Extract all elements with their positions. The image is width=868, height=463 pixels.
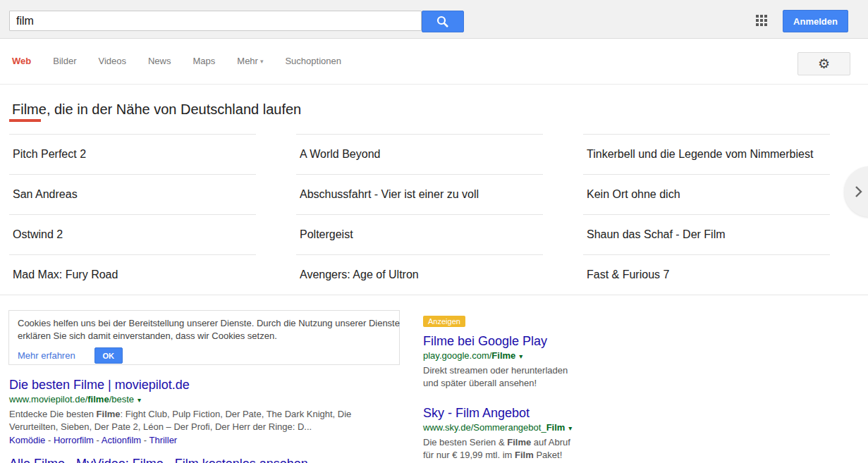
ad-description: Die besten Serien & Filme auf Abruf für … [423,436,705,462]
tab-web[interactable]: Web [12,56,31,66]
text-segment: play.google.com/ [423,350,491,361]
movie-item[interactable]: Pitch Perfect 2 [9,134,256,174]
ad-item: Sky - Film Angebot www.sky.de/Sommerange… [423,406,705,462]
nav-bar: Web Bilder Videos News Maps Mehr▾ Suchop… [0,39,868,85]
text-segment: Direkt streamen oder herunterladen [423,365,568,376]
results-column: Die besten Filme | moviepilot.de www.mov… [9,378,400,447]
carousel-bottom-divider [0,295,868,295]
clipped-result: Alle Filme - MyVideo: Filme - Film koste… [9,457,308,463]
sitelink-link[interactable]: Horrorfilm [54,435,94,445]
movie-item[interactable]: Ostwind 2 [9,214,256,254]
ad-item: Filme bei Google Play play.google.com/Fi… [423,334,705,390]
movie-column-1: Pitch Perfect 2 San Andreas Ostwind 2 Ma… [9,134,256,295]
text-segment: Die besten Serien & [423,437,507,447]
text-segment: Verurteilten, Sieben, Der Pate 2, Léon –… [9,421,312,432]
text-segment: Filme [97,409,121,419]
ads-column: Anzeigen Filme bei Google Play play.goog… [423,314,705,462]
apps-grid-icon[interactable] [756,15,767,26]
nav-tabs: Web Bilder Videos News Maps Mehr▾ Suchop… [12,39,341,83]
cookie-notice: Cookies helfen uns bei der Bereitstellun… [8,310,400,365]
sitelink-link[interactable]: Actionfilm [102,435,141,445]
description-line: Die besten Serien & Filme auf Abruf [423,436,705,449]
top-bar: Anmelden [0,0,868,39]
result-sitelinks: Komödie - Horrorfilm - Actionfilm - Thri… [9,434,400,447]
search-button[interactable] [422,11,464,32]
carousel-next-button[interactable] [844,166,868,217]
text-segment: - [141,435,149,445]
tab-bilder[interactable]: Bilder [53,56,76,66]
text-segment: Entdecke Die besten [9,409,97,419]
description-line: Direkt streamen oder herunterladen [423,364,705,377]
ad-url-text: www.sky.de/Sommerangebot_Film [423,422,565,433]
text-segment: Filme [491,350,515,361]
cookie-text-line1: Cookies helfen uns bei der Bereitstellun… [18,317,391,330]
carousel-heading: Filme, die in der Nähe von Deutschland l… [12,101,301,118]
description-line: Verurteilten, Sieben, Der Pate 2, Léon –… [9,421,400,433]
ad-url-text: play.google.com/Filme [423,350,515,361]
movie-column-3: Tinkerbell und die Legende vom Nimmerbie… [583,134,830,295]
text-segment: www.moviepilot.de/ [9,394,87,405]
description-line: Entdecke Die besten Filme: Fight Club, P… [9,408,400,421]
sitelink-link[interactable]: Thriller [149,435,177,445]
result-url: www.moviepilot.de/filme/beste▾ [9,394,400,406]
ad-url: play.google.com/Filme▾ [423,350,705,362]
movie-item[interactable]: Tinkerbell und die Legende vom Nimmerbie… [583,134,830,174]
description-line: für nur € 19,99 mtl. im Film Paket! [423,449,705,462]
movie-item[interactable]: Avengers: Age of Ultron [296,254,543,295]
ads-badge: Anzeigen [423,316,465,327]
settings-button[interactable]: ⚙ [797,52,850,75]
chevron-down-icon: ▾ [260,58,264,65]
tab-maps[interactable]: Maps [193,56,216,66]
tab-news[interactable]: News [148,56,171,66]
mehr-label: Mehr [237,56,258,66]
text-segment: und später überall ansehen! [423,378,537,388]
learn-more-link[interactable]: Mehr erfahren [18,350,75,361]
text-segment: www.sky.de/Sommerangebot_ [423,422,546,433]
movie-item[interactable]: Abschussfahrt - Vier ist einer zu voll [296,174,543,214]
search-input[interactable] [9,11,422,31]
text-segment: Film [546,422,566,433]
result-url-text: www.moviepilot.de/filme/beste [9,394,134,405]
result-title[interactable]: Alle Filme - MyVideo: Filme - Film koste… [9,457,308,463]
gear-icon: ⚙ [818,57,830,70]
url-dropdown-icon[interactable]: ▾ [568,424,572,432]
movie-item[interactable]: A World Beyond [296,134,543,174]
text-segment: filme [87,394,109,405]
url-dropdown-icon[interactable]: ▾ [137,396,141,404]
result-description: Entdecke Die besten Filme: Fight Club, P… [9,408,400,433]
cookie-ok-button[interactable]: OK [94,347,123,364]
text-segment: Filme [507,437,531,447]
google-search-page: Anmelden Web Bilder Videos News Maps Meh… [0,0,868,463]
text-segment: - [45,435,54,445]
text-segment: auf Abruf [531,437,570,447]
movie-item[interactable]: Kein Ort ohne dich [583,174,830,214]
ad-title[interactable]: Sky - Film Angebot [423,406,705,421]
description-line: und später überall ansehen! [423,377,705,390]
text-segment: - [94,435,102,445]
active-tab-underline [9,119,41,122]
text-segment: : Fight Club, Pulp Fiction, Der Pate, Th… [121,409,352,419]
tab-mehr[interactable]: Mehr▾ [237,56,263,66]
tab-suchoptionen[interactable]: Suchoptionen [285,56,341,66]
movie-column-2: A World Beyond Abschussfahrt - Vier ist … [296,134,543,295]
movie-item[interactable]: Fast & Furious 7 [583,254,830,295]
tab-videos[interactable]: Videos [98,56,126,66]
cookie-text-line2: erklären Sie sich damit einverstanden, d… [18,330,391,342]
ad-url: www.sky.de/Sommerangebot_Film▾ [423,422,705,434]
cookie-actions: Mehr erfahren OK [18,347,391,364]
movie-item[interactable]: San Andreas [9,174,256,214]
movie-item[interactable]: Shaun das Schaf - Der Film [583,214,830,254]
movie-item[interactable]: Poltergeist [296,214,543,254]
movie-item[interactable]: Mad Max: Fury Road [9,254,256,295]
url-dropdown-icon[interactable]: ▾ [519,352,522,360]
text-segment: Paket! [534,450,562,460]
text-segment: Film [515,450,534,460]
text-segment: für nur € 19,99 mtl. im [423,450,515,460]
ad-description: Direkt streamen oder herunterladen und s… [423,364,705,390]
magnifier-icon [436,15,450,29]
result-title[interactable]: Die besten Filme | moviepilot.de [9,378,400,393]
sitelink-link[interactable]: Komödie [9,435,45,445]
text-segment: /beste [109,394,134,405]
signin-button[interactable]: Anmelden [783,10,848,32]
ad-title[interactable]: Filme bei Google Play [423,334,705,349]
